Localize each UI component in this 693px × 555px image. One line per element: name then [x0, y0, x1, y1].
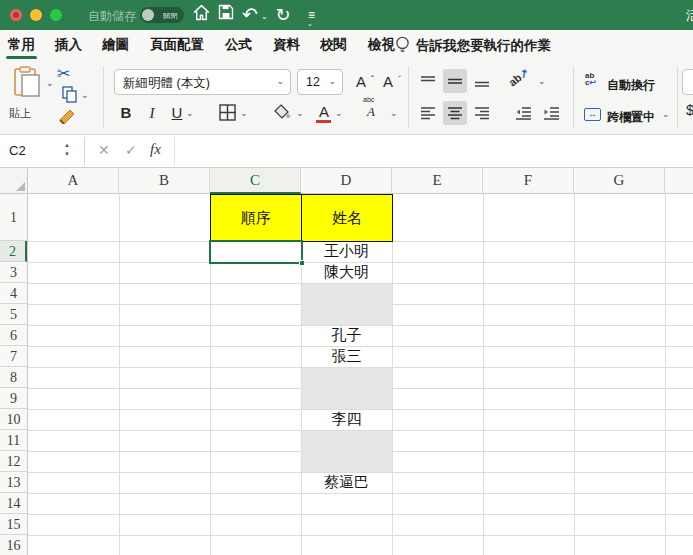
name-box[interactable]: C2 ▲▼ — [0, 135, 84, 167]
paste-label[interactable]: 貼上 — [9, 106, 31, 121]
tab-formulas[interactable]: 公式 — [225, 36, 252, 54]
row-header-13[interactable]: 13 — [0, 472, 27, 493]
row-header-4[interactable]: 4 — [0, 283, 27, 304]
row-header-10[interactable]: 10 — [0, 409, 27, 430]
underline-chevron-icon[interactable]: ⌄ — [186, 108, 194, 118]
number-format-select[interactable] — [682, 69, 693, 95]
name-box-spinner[interactable]: ▲▼ — [64, 141, 70, 159]
row-header-2[interactable]: 2 — [0, 241, 27, 262]
autosave-toggle[interactable]: 關閉 — [140, 7, 184, 23]
column-header-C[interactable]: C — [210, 168, 301, 194]
row-header-5[interactable]: 5 — [0, 304, 27, 325]
column-header-F[interactable]: F — [483, 168, 574, 194]
tab-view[interactable]: 檢視 — [368, 36, 395, 54]
paste-chevron-icon[interactable]: ⌄ — [46, 78, 54, 88]
tab-home[interactable]: 常用 — [8, 36, 35, 54]
column-header-G[interactable]: G — [574, 168, 665, 194]
align-center-button[interactable] — [443, 101, 467, 125]
italic-button[interactable]: I — [141, 101, 163, 125]
font-color-chevron-icon[interactable]: ⌄ — [335, 108, 343, 118]
fill-color-icon[interactable] — [274, 104, 292, 124]
customize-toolbar-icon[interactable]: ≡⌄ — [300, 4, 322, 26]
zoom-window-button[interactable] — [50, 9, 62, 21]
row-header-9[interactable]: 9 — [0, 388, 27, 409]
cell-D2[interactable]: 王小明 — [301, 241, 392, 262]
column-header-E[interactable]: E — [392, 168, 483, 194]
row-header-11[interactable]: 11 — [0, 430, 27, 451]
tab-review[interactable]: 校閱 — [320, 36, 347, 54]
copy-chevron-icon[interactable]: ⌄ — [81, 90, 89, 100]
format-painter-icon[interactable] — [58, 108, 76, 128]
cell-D1[interactable]: 姓名 — [301, 194, 393, 242]
borders-icon[interactable] — [219, 104, 236, 125]
selected-cell-C2[interactable] — [209, 240, 303, 264]
home-icon[interactable] — [190, 4, 212, 26]
minimize-window-button[interactable] — [30, 9, 42, 21]
decrease-indent-button[interactable] — [511, 101, 535, 125]
phonetic-guide-icon[interactable]: abcA — [363, 101, 371, 117]
save-icon[interactable] — [215, 4, 237, 26]
row-header-14[interactable]: 14 — [0, 493, 27, 514]
borders-chevron-icon[interactable]: ⌄ — [240, 108, 248, 118]
row-header-1[interactable]: 1 — [0, 194, 27, 241]
cancel-entry-icon[interactable]: ✕ — [98, 142, 110, 158]
row-header-6[interactable]: 6 — [0, 325, 27, 346]
fill-color-chevron-icon[interactable]: ⌄ — [296, 108, 304, 118]
wrap-text-icon[interactable]: abc↩ — [585, 72, 596, 86]
column-header-D[interactable]: D — [301, 168, 392, 194]
cell-D10[interactable]: 李四 — [301, 409, 392, 430]
orientation-chevron-icon[interactable]: ⌄ — [538, 76, 546, 86]
align-right-button[interactable] — [470, 101, 494, 125]
cell-D6[interactable]: 孔子 — [301, 325, 392, 346]
decrease-font-size-button[interactable]: Aˇ — [377, 70, 399, 94]
tab-draw[interactable]: 繪圖 — [102, 36, 129, 54]
copy-icon[interactable] — [62, 86, 78, 107]
align-top-button[interactable] — [416, 69, 440, 93]
font-name-select[interactable]: 新細明體 (本文) ⌄ — [114, 69, 291, 95]
merge-center-chevron-icon[interactable]: ⌄ — [662, 109, 670, 119]
undo-chevron-icon[interactable]: ⌄ — [261, 12, 268, 21]
tell-me-box[interactable]: 告訴我您要執行的作業 — [416, 37, 551, 55]
increase-font-size-button[interactable]: Aˆ — [350, 70, 372, 94]
currency-format-button[interactable]: $ — [686, 102, 693, 118]
tab-insert[interactable]: 插入 — [55, 36, 82, 54]
align-bottom-button[interactable] — [470, 69, 494, 93]
tab-data[interactable]: 資料 — [273, 36, 300, 54]
column-header-A[interactable]: A — [28, 168, 119, 194]
tab-page-layout[interactable]: 頁面配置 — [150, 36, 204, 54]
phonetic-chevron-icon[interactable]: ⌄ — [390, 108, 398, 118]
text-orientation-icon[interactable]: ab↗ — [506, 66, 531, 90]
cell-C1[interactable]: 順序 — [210, 194, 302, 242]
font-size-select[interactable]: 12 ⌄ — [297, 69, 343, 95]
fill-handle[interactable] — [299, 260, 305, 266]
select-all-corner[interactable] — [0, 168, 28, 194]
undo-icon[interactable]: ↶ — [239, 4, 261, 26]
align-middle-button[interactable] — [443, 69, 467, 93]
row-header-7[interactable]: 7 — [0, 346, 27, 367]
row-header-12[interactable]: 12 — [0, 451, 27, 472]
wrap-text-label[interactable]: 自動換行 — [607, 77, 655, 94]
paste-icon[interactable] — [13, 66, 41, 102]
row-header-16[interactable]: 16 — [0, 535, 27, 555]
row-header-8[interactable]: 8 — [0, 367, 27, 388]
worksheet-grid[interactable]: ABCDEFG12345678910111213141516順序姓名王小明陳大明… — [0, 168, 693, 555]
align-left-button[interactable] — [416, 101, 440, 125]
bold-button[interactable]: B — [115, 101, 137, 125]
column-header-B[interactable]: B — [119, 168, 210, 194]
close-window-button[interactable] — [10, 9, 22, 21]
cell-D7[interactable]: 張三 — [301, 346, 392, 367]
cell-D3[interactable]: 陳大明 — [301, 262, 392, 283]
font-color-icon[interactable]: A — [313, 100, 335, 124]
merge-center-label[interactable]: 跨欄置中 — [607, 109, 655, 126]
confirm-entry-icon[interactable]: ✓ — [125, 142, 137, 158]
cell-D13[interactable]: 蔡逼巴 — [301, 472, 392, 493]
underline-button[interactable]: U — [166, 101, 188, 125]
merge-center-icon[interactable]: ↔ — [584, 108, 601, 121]
formula-input[interactable] — [176, 135, 693, 167]
cut-icon[interactable]: ✂ — [57, 64, 70, 83]
row-header-15[interactable]: 15 — [0, 514, 27, 535]
insert-function-icon[interactable]: fx — [150, 141, 161, 158]
row-header-3[interactable]: 3 — [0, 262, 27, 283]
redo-icon[interactable]: ↻ — [272, 4, 294, 26]
increase-indent-button[interactable] — [539, 101, 563, 125]
